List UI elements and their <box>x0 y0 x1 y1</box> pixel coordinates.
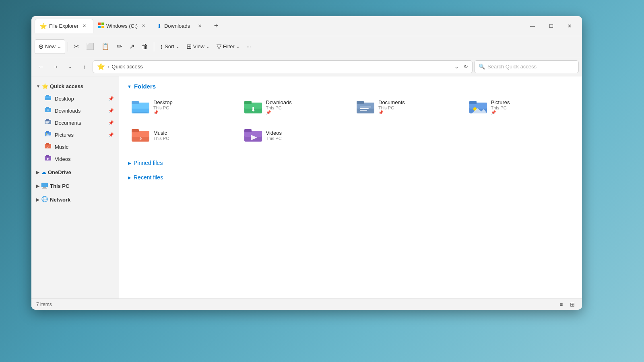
toolbar-separator-2 <box>154 42 154 51</box>
tab-downloads[interactable]: ⬇ Downloads ✕ <box>152 19 208 33</box>
rename-button[interactable]: ✏ <box>114 39 125 54</box>
rename-icon: ✏ <box>117 43 122 50</box>
folder-item-pictures[interactable]: Pictures This PC 📌 <box>465 95 574 119</box>
network-label: Network <box>50 197 70 203</box>
sidebar-header-network[interactable]: ▶ Network <box>33 193 117 206</box>
filter-label: Filter <box>223 43 235 49</box>
window-controls: — ☐ ✕ <box>523 20 579 33</box>
pictures-folder-icon-large <box>469 98 487 116</box>
refresh-button[interactable]: ↻ <box>464 64 468 70</box>
filter-button[interactable]: ▽ Filter ⌄ <box>213 39 243 54</box>
minimize-button[interactable]: — <box>523 20 542 33</box>
documents-folder-sub: This PC <box>378 105 405 110</box>
new-button[interactable]: ⊕ New ⌄ <box>35 39 65 54</box>
address-chevron-icon: ⌄ <box>454 64 459 70</box>
main-content: ▼ Folders <box>119 76 582 298</box>
new-icon: ⊕ <box>38 43 43 50</box>
grid-view-button[interactable]: ⊞ <box>568 300 577 309</box>
paste-button[interactable]: 📋 <box>98 39 113 54</box>
svg-rect-41 <box>357 101 364 104</box>
svg-rect-44 <box>360 110 367 111</box>
pictures-pin-icon: 📌 <box>108 132 114 138</box>
videos-folder-icon <box>44 154 52 163</box>
tab-downloads-close[interactable]: ✕ <box>196 23 204 30</box>
folder-item-documents[interactable]: Documents This PC 📌 <box>352 95 462 119</box>
folder-item-desktop[interactable]: Desktop This PC 📌 <box>127 95 237 119</box>
downloads-folder-icon-large: ⬇ <box>244 98 262 116</box>
share-button[interactable]: ↗ <box>126 39 138 54</box>
sidebar-item-downloads[interactable]: ⬇ Downloads 📌 <box>33 105 117 117</box>
svg-rect-52 <box>132 129 139 132</box>
tab-windows-c[interactable]: Windows (C:) ✕ <box>93 19 152 33</box>
folder-item-downloads[interactable]: ⬇ Downloads This PC 📌 <box>240 95 349 119</box>
sidebar-header-onedrive[interactable]: ▶ ☁ OneDrive <box>33 166 117 179</box>
svg-rect-42 <box>360 107 371 107</box>
list-view-button[interactable]: ≡ <box>556 300 566 309</box>
up-button[interactable]: ↑ <box>78 60 91 73</box>
tab-downloads-icon: ⬇ <box>157 23 162 29</box>
sort-label: Sort <box>165 43 174 49</box>
title-bar: ⭐ File Explorer ✕ Windows (C:) ✕ ⬇ Downl… <box>31 16 582 36</box>
sidebar-item-pictures[interactable]: Pictures 📌 <box>33 129 117 141</box>
cut-button[interactable]: ✂ <box>70 39 82 54</box>
new-label: New <box>45 43 56 49</box>
svg-rect-13 <box>45 122 49 123</box>
downloads-folder-icon: ⬇ <box>44 106 52 115</box>
tab-windows-c-icon <box>98 23 104 29</box>
svg-text:⬇: ⬇ <box>251 106 256 113</box>
onedrive-icon: ☁ <box>41 169 46 175</box>
tab-file-explorer[interactable]: ⭐ File Explorer ✕ <box>35 19 93 33</box>
downloads-folder-name: Downloads <box>266 99 292 105</box>
tab-bar: ⭐ File Explorer ✕ Windows (C:) ✕ ⬇ Downl… <box>35 19 523 33</box>
maximize-button[interactable]: ☐ <box>542 20 560 33</box>
svg-point-17 <box>46 134 47 135</box>
pinned-files-header[interactable]: ▶ Pinned files <box>127 157 574 169</box>
back-button[interactable]: ← <box>35 60 47 73</box>
sort-chevron-icon: ⌄ <box>176 44 179 49</box>
sidebar-item-music[interactable]: ♪ Music <box>33 141 117 153</box>
add-tab-button[interactable]: + <box>210 20 222 32</box>
delete-button[interactable]: 🗑 <box>138 39 151 54</box>
sidebar-item-desktop[interactable]: Desktop 📌 <box>33 93 117 105</box>
sidebar-item-videos[interactable]: Videos <box>33 153 117 165</box>
svg-rect-2 <box>98 26 101 28</box>
tab-windows-c-close[interactable]: ✕ <box>140 23 147 30</box>
sidebar-header-this-pc[interactable]: ▶ This PC <box>33 179 117 192</box>
more-button[interactable]: ··· <box>244 39 254 54</box>
sidebar-item-documents[interactable]: Documents 📌 <box>33 117 117 129</box>
forward-button[interactable]: → <box>49 60 62 73</box>
close-button[interactable]: ✕ <box>560 20 579 33</box>
svg-rect-47 <box>469 101 477 104</box>
folder-item-music[interactable]: ♪ Music This PC <box>127 123 237 148</box>
svg-rect-6 <box>46 95 49 97</box>
sidebar-header-quick-access[interactable]: ▼ ⭐ Quick access <box>33 80 117 93</box>
grid-view-icon: ⊞ <box>570 301 575 308</box>
onedrive-label: OneDrive <box>48 169 71 175</box>
view-buttons: ≡ ⊞ <box>556 300 577 309</box>
desktop-folder-icon-large <box>132 98 149 116</box>
tab-file-explorer-close[interactable]: ✕ <box>81 23 88 30</box>
view-button[interactable]: ⊞ View ⌄ <box>183 39 213 54</box>
search-box[interactable]: 🔍 Search Quick access <box>474 60 579 73</box>
copy-button[interactable]: ⬜ <box>83 39 97 54</box>
sort-button[interactable]: ↕ Sort ⌄ <box>157 39 182 54</box>
svg-rect-56 <box>244 129 252 132</box>
downloads-pin-marker: 📌 <box>266 110 292 115</box>
folders-section-header[interactable]: ▼ Folders <box>127 83 574 90</box>
recent-files-header[interactable]: ▶ Recent files <box>127 172 574 183</box>
folder-item-videos[interactable]: Videos This PC <box>240 123 349 148</box>
search-icon: 🔍 <box>479 64 485 70</box>
svg-rect-23 <box>46 155 49 157</box>
list-view-icon: ≡ <box>559 301 563 308</box>
items-count: 7 items <box>36 302 52 307</box>
music-folder-name: Music <box>153 130 169 136</box>
pictures-label: Pictures <box>55 132 105 138</box>
desktop-folder-icon <box>44 94 52 103</box>
sidebar-section-this-pc: ▶ This PC <box>31 179 119 192</box>
address-input[interactable]: ⭐ › Quick access ⌄ ↻ <box>93 60 473 73</box>
filter-chevron-icon: ⌄ <box>236 44 239 49</box>
toolbar-separator-1 <box>68 42 68 51</box>
recent-files-chevron-icon: ▶ <box>128 175 131 180</box>
folders-section: ▼ Folders <box>127 83 574 148</box>
history-button[interactable]: ⌄ <box>64 60 76 73</box>
